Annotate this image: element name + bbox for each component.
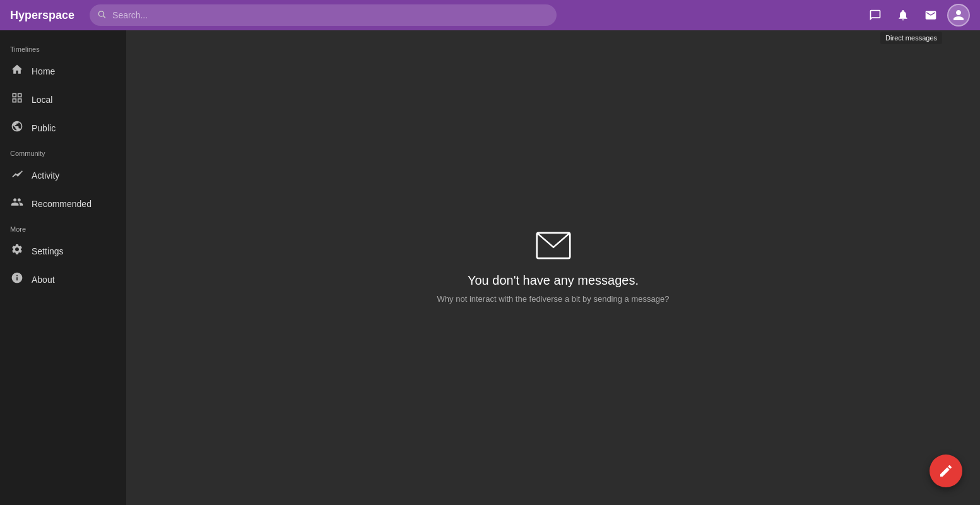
recommended-icon — [10, 196, 24, 211]
sidebar-recommended-label: Recommended — [32, 199, 92, 209]
sidebar-item-public[interactable]: Public — [0, 114, 126, 142]
sidebar-about-label: About — [32, 275, 55, 285]
chat-button[interactable] — [864, 4, 887, 27]
sidebar-section-community: Community — [0, 142, 126, 161]
sidebar-home-label: Home — [32, 66, 55, 76]
search-icon — [97, 10, 106, 21]
sidebar-local-label: Local — [32, 95, 52, 105]
svg-line-1 — [103, 16, 105, 18]
about-icon — [10, 271, 24, 287]
sidebar-settings-label: Settings — [32, 246, 64, 256]
navbar: Hyperspace Direct mess — [0, 0, 980, 30]
sidebar-item-local[interactable]: Local — [0, 85, 126, 114]
sidebar-public-label: Public — [32, 123, 56, 133]
svg-point-0 — [98, 11, 103, 16]
sidebar-section-more: More — [0, 218, 126, 237]
empty-mail-icon — [536, 232, 571, 264]
navbar-actions: Direct messages — [864, 4, 970, 27]
main-content: You don't have any messages. Why not int… — [126, 30, 980, 505]
sidebar-item-activity[interactable]: Activity — [0, 161, 126, 189]
sidebar-section-timelines: Timelines — [0, 38, 126, 57]
search-container — [90, 4, 557, 26]
settings-icon — [10, 243, 24, 259]
compose-fab[interactable] — [930, 454, 962, 487]
notifications-button[interactable] — [892, 4, 914, 27]
sidebar-activity-label: Activity — [32, 170, 59, 181]
sidebar: Timelines Home Local Public Community Ac… — [0, 30, 126, 505]
sidebar-item-recommended[interactable]: Recommended — [0, 189, 126, 218]
sidebar-item-settings[interactable]: Settings — [0, 237, 126, 265]
home-icon — [10, 63, 24, 79]
app-brand: Hyperspace — [10, 9, 74, 22]
activity-icon — [10, 167, 24, 183]
empty-state: You don't have any messages. Why not int… — [437, 232, 670, 304]
empty-state-subtitle: Why not interact with the fediverse a bi… — [437, 294, 670, 304]
mail-button[interactable] — [919, 4, 942, 27]
sidebar-item-home[interactable]: Home — [0, 57, 126, 85]
avatar-button[interactable] — [947, 4, 970, 27]
search-input[interactable] — [90, 4, 557, 26]
sidebar-item-about[interactable]: About — [0, 265, 126, 294]
local-icon — [10, 92, 24, 107]
public-icon — [10, 120, 24, 136]
empty-state-title: You don't have any messages. — [468, 273, 639, 288]
